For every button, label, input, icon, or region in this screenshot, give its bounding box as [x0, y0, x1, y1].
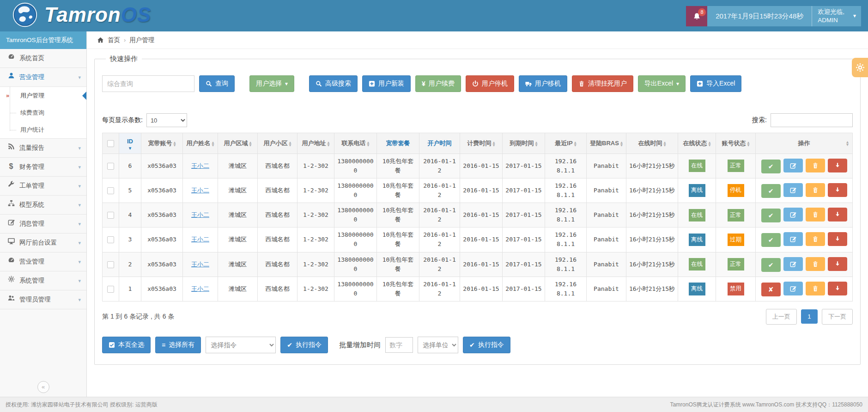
- column-header-online_time[interactable]: 在线时间▴▾: [626, 133, 678, 154]
- sort-icon[interactable]: ▴▾: [367, 141, 369, 147]
- sidebar-item-model-system[interactable]: 模型系统▾: [0, 196, 86, 215]
- download-button[interactable]: [828, 159, 847, 172]
- row-checkbox[interactable]: [107, 236, 114, 243]
- column-header-bras[interactable]: 登陆BRAS▴▾: [587, 133, 626, 154]
- user-name-link[interactable]: 王小二: [191, 187, 209, 194]
- sort-icon[interactable]: ▴▾: [574, 141, 577, 147]
- sidebar-subitem-user-stats[interactable]: 用户统计: [0, 121, 86, 138]
- column-header-actions[interactable]: 操作▴▾: [756, 133, 853, 154]
- query-button[interactable]: 查询: [199, 75, 235, 92]
- column-header-community[interactable]: 用户小区▴▾: [258, 133, 297, 154]
- download-button[interactable]: [828, 183, 847, 197]
- download-button[interactable]: [828, 232, 847, 246]
- column-header-expire_date[interactable]: 到期时间▴▾: [503, 133, 545, 154]
- sidebar-collapse-button[interactable]: «: [37, 381, 49, 393]
- edit-button[interactable]: [783, 232, 803, 246]
- column-header-account_status[interactable]: 账号状态▴▾: [716, 133, 756, 154]
- sort-icon[interactable]: ▴▾: [249, 141, 251, 147]
- column-header-open_date[interactable]: 开户时间: [419, 133, 460, 154]
- edit-button[interactable]: [783, 183, 803, 197]
- edit-button[interactable]: [783, 159, 803, 172]
- user-name-link[interactable]: 王小二: [191, 211, 209, 218]
- confirm-button[interactable]: ✔: [761, 233, 781, 247]
- user-suspend-button[interactable]: 用户停机: [466, 75, 514, 92]
- sidebar-item-work-order[interactable]: 工单管理▾: [0, 177, 86, 196]
- sidebar-item-system[interactable]: 系统管理▾: [0, 271, 86, 290]
- confirm-button[interactable]: ✔: [761, 209, 781, 222]
- sort-icon[interactable]: ▴▾: [212, 141, 214, 147]
- edit-button[interactable]: [783, 208, 803, 221]
- disable-button[interactable]: ✘: [761, 283, 781, 296]
- user-name-link[interactable]: 王小二: [191, 261, 209, 268]
- select-all-checkbox[interactable]: [107, 140, 114, 147]
- column-header-plan[interactable]: 宽带套餐: [377, 133, 419, 154]
- sort-icon[interactable]: ▴▾: [620, 141, 623, 147]
- user-name-link[interactable]: 王小二: [191, 162, 209, 169]
- edit-button[interactable]: [783, 282, 803, 295]
- sidebar-item-finance[interactable]: $财务管理▾: [0, 158, 86, 177]
- user-name-link[interactable]: 王小二: [191, 285, 209, 292]
- download-button[interactable]: [828, 257, 847, 271]
- execute-command-button[interactable]: ✔ 执行指令: [280, 337, 328, 353]
- column-header-address[interactable]: 用户地址▴▾: [297, 133, 334, 154]
- delete-button[interactable]: [806, 159, 825, 172]
- download-button[interactable]: [828, 282, 847, 295]
- export-excel-button[interactable]: 导出Excel▾: [638, 75, 686, 92]
- command-select[interactable]: 选择指令: [206, 337, 276, 353]
- delete-button[interactable]: [806, 257, 825, 271]
- column-header-account[interactable]: 宽带账号▴▾: [141, 133, 183, 154]
- sidebar-item-business-2[interactable]: 营业管理▾: [0, 252, 86, 271]
- delete-button[interactable]: [806, 183, 825, 197]
- execute-time-button[interactable]: ✔ 执行指令: [463, 337, 510, 353]
- edit-button[interactable]: [783, 257, 803, 271]
- confirm-button[interactable]: ✔: [761, 184, 781, 198]
- delete-button[interactable]: [806, 208, 825, 221]
- sort-icon[interactable]: ▴▾: [492, 141, 495, 147]
- row-checkbox[interactable]: [107, 261, 114, 268]
- sidebar-item-home[interactable]: 系统首页: [0, 49, 86, 68]
- page-size-select[interactable]: 10: [146, 113, 187, 127]
- delete-button[interactable]: [806, 282, 825, 295]
- quick-search-input[interactable]: [102, 75, 194, 92]
- clean-dead-users-button[interactable]: 清理挂死用户: [572, 75, 633, 92]
- breadcrumb-home[interactable]: 首页: [108, 36, 120, 44]
- sort-icon[interactable]: ▴▾: [663, 141, 666, 147]
- user-renew-button[interactable]: ¥用户续费: [415, 75, 461, 92]
- column-header-bill_date[interactable]: 计费时间▴▾: [460, 133, 503, 154]
- select-page-button[interactable]: 本页全选: [102, 337, 151, 353]
- settings-gear-button[interactable]: [852, 58, 868, 77]
- page-1-button[interactable]: 1: [801, 309, 817, 324]
- sort-icon[interactable]: ▴▾: [327, 141, 329, 147]
- sidebar-item-webhall-settings[interactable]: 网厅前台设置▾: [0, 234, 86, 252]
- sort-icon[interactable]: ▴▾: [747, 141, 749, 147]
- sidebar-subitem-renewal-query[interactable]: 续费查询: [0, 104, 86, 121]
- row-checkbox[interactable]: [107, 286, 114, 293]
- time-number-input[interactable]: [385, 337, 413, 353]
- import-excel-button[interactable]: 导入Excel: [690, 75, 741, 92]
- column-header-region[interactable]: 用户区域▴▾: [218, 133, 258, 154]
- download-button[interactable]: [828, 208, 847, 221]
- table-search-input[interactable]: [771, 113, 853, 127]
- confirm-button[interactable]: ✔: [761, 258, 781, 272]
- sidebar-subitem-user-management[interactable]: »用户管理: [0, 87, 86, 104]
- delete-button[interactable]: [806, 232, 825, 246]
- sort-icon[interactable]: ▴▾: [535, 141, 537, 147]
- sort-icon[interactable]: ▴▾: [173, 141, 176, 147]
- notifications-button[interactable]: 8: [686, 6, 707, 26]
- sidebar-item-traffic-report[interactable]: 流量报告▾: [0, 139, 86, 158]
- row-checkbox[interactable]: [107, 163, 114, 170]
- sort-icon[interactable]: ▴▾: [708, 141, 710, 147]
- sidebar-item-business[interactable]: 营业管理▾: [0, 68, 86, 87]
- user-name-link[interactable]: 王小二: [191, 236, 209, 243]
- column-header-id[interactable]: ID▾: [119, 133, 141, 154]
- sort-icon[interactable]: ▴▾: [289, 141, 291, 147]
- row-checkbox[interactable]: [107, 212, 114, 219]
- row-checkbox[interactable]: [107, 187, 114, 194]
- unit-select[interactable]: 选择单位: [418, 337, 458, 353]
- column-header-phone[interactable]: 联系电话▴▾: [334, 133, 377, 154]
- column-header-online_status[interactable]: 在线状态▴▾: [678, 133, 716, 154]
- user-install-button[interactable]: 用户新装: [362, 75, 411, 92]
- column-header-last_ip[interactable]: 最近IP▴▾: [545, 133, 587, 154]
- confirm-button[interactable]: ✔: [761, 160, 781, 173]
- user-select-button[interactable]: 用户选择▾: [249, 75, 294, 92]
